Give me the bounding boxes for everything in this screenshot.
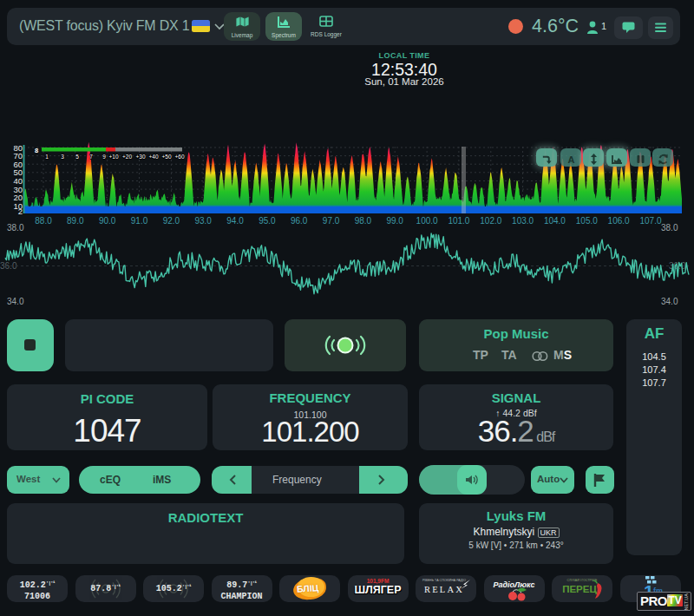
svg-text:34.0: 34.0 (7, 297, 24, 306)
svg-text:34.0: 34.0 (661, 297, 678, 306)
svg-text:38.0: 38.0 (661, 223, 678, 233)
svg-text:36.0: 36.0 (0, 261, 17, 271)
svg-text:38.0: 38.0 (7, 223, 24, 233)
